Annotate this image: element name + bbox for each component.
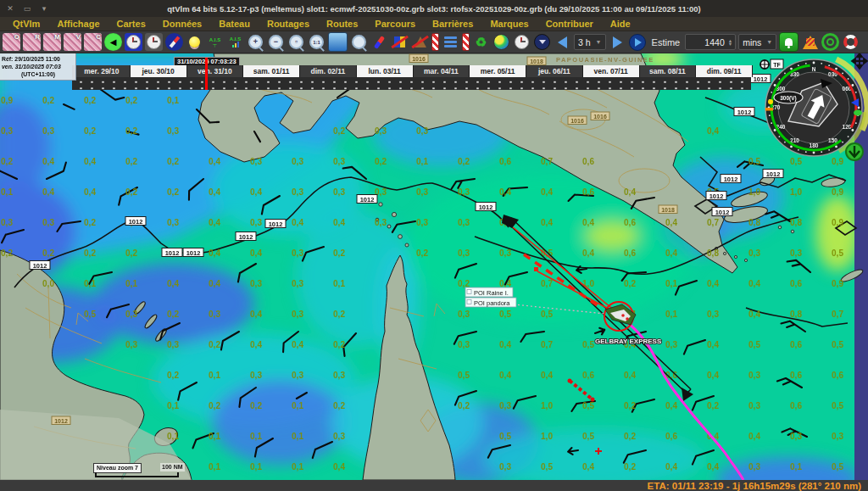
zoom-actual-icon: 1:1 bbox=[309, 35, 324, 49]
clock-face-icon bbox=[147, 35, 161, 49]
chart-button-v[interactable]: V bbox=[64, 33, 81, 51]
boat-name-label[interactable]: GELBRAY EXPRESS bbox=[595, 338, 662, 345]
hide-routes-button[interactable] bbox=[391, 33, 409, 51]
menu-item-routes[interactable]: Routes bbox=[319, 19, 365, 29]
svg-text:0,7: 0,7 bbox=[541, 340, 553, 349]
tf-waypoint[interactable]: TF bbox=[760, 59, 783, 70]
svg-text:0,2: 0,2 bbox=[125, 248, 137, 258]
svg-text:1016: 1016 bbox=[412, 56, 426, 62]
svg-text:1012: 1012 bbox=[737, 109, 752, 116]
warning-button[interactable] bbox=[801, 33, 819, 51]
zoom-actual-button[interactable]: 1:1 bbox=[308, 33, 326, 51]
time-step-select[interactable]: 3 h▼ bbox=[574, 34, 606, 50]
grib-display-button[interactable] bbox=[328, 32, 348, 52]
mob-button[interactable] bbox=[842, 33, 860, 51]
svg-text:0,6: 0,6 bbox=[790, 401, 802, 410]
svg-text:0,4: 0,4 bbox=[209, 279, 220, 288]
menu-item-bateau[interactable]: Bateau bbox=[211, 19, 258, 29]
grib-back-button[interactable]: ◀ bbox=[104, 33, 122, 51]
route-point-marker[interactable] bbox=[534, 267, 538, 271]
segment-endpoint bbox=[568, 379, 572, 383]
grib-ref-date: Réf: 29/10/2025 11:00 bbox=[2, 55, 75, 63]
time-step-back-button[interactable] bbox=[554, 33, 571, 51]
utc-offset: (UTC+11:00) bbox=[2, 70, 75, 78]
menu-item-contribuer[interactable]: Contribuer bbox=[538, 19, 601, 29]
compass-rose[interactable]: N030060120150180210240270300330 300(V) bbox=[765, 59, 867, 156]
svg-text:0,3: 0,3 bbox=[748, 248, 760, 258]
menu-item-données[interactable]: Données bbox=[155, 19, 209, 29]
gribinfo-bulb-button[interactable] bbox=[186, 33, 203, 51]
svg-text:0,1: 0,1 bbox=[333, 279, 345, 288]
measure-button[interactable] bbox=[370, 33, 388, 51]
center-boat-button[interactable] bbox=[846, 143, 863, 160]
menu-item-barrières[interactable]: Barrières bbox=[425, 19, 481, 29]
svg-text:0,3: 0,3 bbox=[375, 218, 387, 227]
window-control-0[interactable]: ✕ bbox=[5, 4, 15, 13]
poi-pandora[interactable]: POI pandora bbox=[465, 298, 516, 307]
svg-text:0,4: 0,4 bbox=[748, 279, 760, 288]
chart-button-m[interactable]: M bbox=[43, 33, 61, 51]
menu-item-marques[interactable]: Marques bbox=[482, 19, 536, 29]
svg-text:0,5: 0,5 bbox=[499, 432, 511, 441]
svg-text:0,6: 0,6 bbox=[499, 157, 511, 166]
menu-item-qtvlm[interactable]: QtVlm bbox=[5, 19, 47, 29]
hide-marks-button[interactable] bbox=[411, 33, 429, 51]
alarms-button[interactable] bbox=[779, 32, 798, 52]
simulation-button[interactable] bbox=[533, 33, 551, 51]
svg-text:0,5: 0,5 bbox=[832, 401, 843, 410]
svg-text:0,3: 0,3 bbox=[458, 218, 470, 227]
svg-text:0,9: 0,9 bbox=[1, 96, 13, 105]
menu-item-affichage[interactable]: Affichage bbox=[49, 19, 107, 29]
svg-text:0,5: 0,5 bbox=[832, 340, 843, 349]
svg-text:0,2: 0,2 bbox=[333, 126, 345, 136]
clock-blue-icon[interactable] bbox=[125, 33, 142, 51]
menu-item-parcours[interactable]: Parcours bbox=[367, 19, 423, 29]
poi-raine[interactable]: POI Raine I. bbox=[465, 287, 513, 297]
menu-item-cartes[interactable]: Cartes bbox=[109, 19, 153, 29]
zoom-out-icon: − bbox=[269, 35, 283, 49]
play-animation-button[interactable] bbox=[629, 33, 647, 51]
svg-text:0,3: 0,3 bbox=[416, 126, 428, 136]
svg-text:0,3: 0,3 bbox=[167, 340, 179, 349]
compass-mode-button[interactable] bbox=[165, 33, 183, 51]
time-step-forward-button[interactable] bbox=[609, 33, 626, 51]
refresh-grib-button[interactable]: ♻ bbox=[472, 33, 490, 51]
region-label: PAPOUASIE-NV-GUINEE bbox=[556, 56, 654, 64]
time-button[interactable] bbox=[513, 33, 531, 51]
bulb-icon bbox=[189, 36, 200, 47]
estime-duration-input[interactable]: 1440▲▼ bbox=[685, 34, 736, 50]
chart-button-r[interactable]: R bbox=[23, 33, 41, 51]
svg-text:1012: 1012 bbox=[269, 220, 283, 228]
svg-text:1012: 1012 bbox=[165, 249, 180, 257]
ais-list-button[interactable]: A.I.S bbox=[226, 33, 244, 51]
zoom-select-button[interactable]: ▫ bbox=[287, 33, 305, 51]
chart-map[interactable]: 0,90,20,20,20,10,30,30,20,20,30,20,30,30… bbox=[0, 53, 868, 480]
menu-item-aide[interactable]: Aide bbox=[603, 19, 638, 29]
menu-item-routages[interactable]: Routages bbox=[259, 19, 317, 29]
svg-text:0,4: 0,4 bbox=[707, 340, 719, 349]
clock-gray-icon[interactable] bbox=[145, 33, 163, 51]
weather-routing-button[interactable] bbox=[492, 33, 510, 51]
chart-button-c[interactable]: C bbox=[84, 33, 102, 51]
grib-info-box: Réf: 29/10/2025 11:00 ven. 31/10/2025 07… bbox=[0, 53, 76, 81]
svg-text:0,4: 0,4 bbox=[665, 401, 677, 410]
svg-text:0,4: 0,4 bbox=[582, 248, 594, 258]
ais-targets-button[interactable]: A.I.S┬ bbox=[206, 33, 224, 51]
weather-map-canvas[interactable]: 0,90,20,20,20,10,30,30,20,20,30,20,30,30… bbox=[0, 53, 868, 480]
barriers-button[interactable] bbox=[442, 33, 459, 51]
svg-text:0,2: 0,2 bbox=[250, 401, 262, 410]
chart-button-o[interactable]: O bbox=[3, 33, 20, 51]
estime-unit-select[interactable]: mins▼ bbox=[738, 34, 776, 50]
zoom-out-button[interactable]: − bbox=[267, 33, 285, 51]
svg-text:0,1: 0,1 bbox=[292, 401, 303, 410]
search-button[interactable] bbox=[350, 33, 368, 51]
svg-text:0,6: 0,6 bbox=[790, 340, 802, 349]
target-button[interactable] bbox=[821, 33, 839, 51]
svg-text:0,4: 0,4 bbox=[167, 279, 179, 288]
svg-text:0,3: 0,3 bbox=[748, 462, 760, 471]
svg-text:0,3: 0,3 bbox=[167, 126, 179, 136]
zoom-in-button[interactable]: + bbox=[247, 33, 264, 51]
spinner-arrows-icon[interactable]: ▲▼ bbox=[728, 39, 732, 46]
window-control-1[interactable]: ▭ bbox=[22, 4, 32, 13]
window-control-2[interactable]: ▾ bbox=[39, 4, 49, 13]
